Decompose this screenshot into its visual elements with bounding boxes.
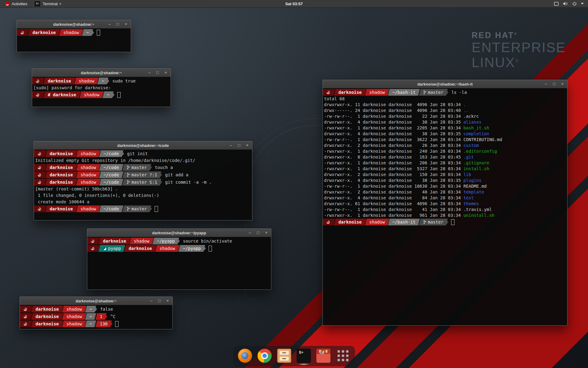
- volume-icon[interactable]: [563, 2, 568, 6]
- file-name: .ackrc: [463, 114, 479, 119]
- prompt-segment-path: ~/code: [99, 150, 123, 157]
- prompt-segment-path: ~: [85, 313, 96, 320]
- prompt-segment-path: ~: [85, 320, 96, 327]
- window-title: darknoise@shadow:~: [20, 299, 172, 303]
- file-name: .travis.yml: [463, 207, 492, 212]
- close-button[interactable]: ×: [265, 229, 267, 237]
- terminal-window-bash-it[interactable]: darknoise@shadow:~/bash-it – □ × darknoi…: [322, 80, 567, 326]
- activities-button[interactable]: Activities: [2, 0, 30, 7]
- screen-icon[interactable]: [554, 2, 559, 6]
- prompt-segment-user: darknoise: [43, 78, 75, 84]
- terminal-window-home-1[interactable]: darknoise@shadow:~ – □ × darknoiseshadow…: [17, 20, 131, 52]
- prompt-segment-host: shadow: [75, 150, 100, 157]
- prompt-segment-user: darknoise: [44, 171, 77, 178]
- maximize-button[interactable]: □: [257, 229, 259, 237]
- maximize-button[interactable]: □: [238, 141, 240, 149]
- prompt-segment-host: shadow: [61, 320, 86, 327]
- terminal-icon: $>: [297, 349, 311, 363]
- maximize-button[interactable]: □: [553, 80, 556, 88]
- file-list-row: drwxrwxr-x. 4 darknoise darknoise 38 Jan…: [323, 131, 567, 137]
- terminal-output-line: [sudo] password for darknoise:: [32, 85, 171, 91]
- terminal-prompt-line: darknoiseshadow~/codemastertouch a: [34, 164, 252, 171]
- file-list-row: -rwxrwxr-x. 1 darknoise darknoise 206 Ja…: [323, 160, 567, 166]
- terminal-content[interactable]: darknoiseshadow~sudo true[sudo] password…: [32, 77, 171, 107]
- terminal-prompt-line: # darknoiseshadow~: [32, 91, 171, 98]
- close-button[interactable]: ×: [125, 20, 127, 28]
- prompt-segment-path: ~/bash-it: [387, 89, 420, 96]
- window-titlebar[interactable]: darknoise@shadow:~ – □ ×: [32, 69, 171, 77]
- dock-item-files[interactable]: [277, 349, 291, 363]
- file-name: .gitignore: [463, 160, 489, 165]
- prompt-segment-user: darknoise: [30, 313, 63, 320]
- file-name: .git: [463, 155, 474, 159]
- close-button[interactable]: ×: [166, 297, 169, 305]
- terminal-content[interactable]: darknoiseshadow~: [17, 29, 131, 52]
- prompt-segment-host: shadow: [75, 171, 100, 178]
- terminal-window-home-2[interactable]: darknoise@shadow:~ – □ × darknoiseshadow…: [20, 297, 173, 329]
- command-text: git add a: [165, 172, 188, 177]
- appgrid-icon: [336, 349, 350, 363]
- terminal-prompt-line: darknoiseshadow~1^C: [20, 313, 172, 320]
- minimize-button[interactable]: –: [545, 80, 547, 88]
- close-button[interactable]: ×: [561, 80, 564, 88]
- terminal-content[interactable]: darknoiseshadow~/bash-itmasterls -latota…: [323, 88, 567, 326]
- file-list-row: drwxrwxr-x. 61 darknoise darknoise 4096 …: [323, 201, 567, 207]
- dock-item-appgrid[interactable]: [336, 349, 350, 363]
- terminal-window-code[interactable]: darknoise@shadow:~/code – □ × darknoises…: [34, 141, 252, 220]
- minimize-button[interactable]: –: [249, 229, 251, 237]
- prompt-segment-path: ~: [97, 78, 109, 84]
- terminal-prompt-line: darknoiseshadow~130: [20, 320, 172, 328]
- prompt-segment-user: darknoise: [333, 89, 366, 96]
- minimize-button[interactable]: –: [150, 297, 152, 305]
- terminal-prompt-line: darknoiseshadow~: [17, 29, 131, 36]
- power-icon[interactable]: [572, 2, 577, 6]
- files-icon: [277, 349, 291, 363]
- prompt-segment-host: shadow: [75, 179, 100, 186]
- distro-swirl-icon: [87, 238, 100, 244]
- distro-swirl-icon: [323, 89, 335, 96]
- file-list-row: -rwxrwxr-x. 1 darknoise darknoise 5327 J…: [323, 166, 567, 172]
- dock-item-toolbox[interactable]: [316, 349, 330, 363]
- maximize-button[interactable]: □: [117, 20, 119, 28]
- close-button[interactable]: ×: [246, 141, 248, 149]
- prompt-segment-user: darknoise: [123, 245, 156, 252]
- window-titlebar[interactable]: darknoise@shadow:~ – □ ×: [17, 20, 131, 29]
- prompt-segment-user: darknoise: [30, 320, 63, 327]
- window-titlebar[interactable]: darknoise@shadow:~ – □ ×: [20, 297, 172, 305]
- minimize-button[interactable]: –: [230, 141, 232, 149]
- terminal-prompt-line: pyappdarknoiseshadow~/pyapp: [87, 245, 271, 252]
- clock[interactable]: Sat 03:57: [0, 2, 588, 6]
- minimize-button[interactable]: –: [148, 69, 150, 77]
- chrome-icon: [258, 349, 272, 363]
- terminal-window-pyapp[interactable]: darknoise@shadow:~/pyapp – □ × darknoise…: [87, 228, 271, 290]
- dock-item-firefox[interactable]: [238, 349, 252, 363]
- app-menu-label: Terminal: [43, 2, 58, 6]
- prompt-segment-user: darknoise: [98, 238, 130, 244]
- file-list-row: drwxrwxr-x. 2 darknoise darknoise 150 Ja…: [323, 172, 567, 178]
- dock-item-chrome[interactable]: [258, 349, 272, 363]
- app-menu-terminal[interactable]: $> Terminal ▾: [32, 0, 63, 7]
- window-titlebar[interactable]: darknoise@shadow:~/bash-it – □ ×: [323, 80, 567, 88]
- terminal-window-sudo[interactable]: darknoise@shadow:~ – □ × darknoiseshadow…: [32, 68, 171, 107]
- caret-down-icon[interactable]: [581, 3, 584, 5]
- close-button[interactable]: ×: [164, 69, 167, 77]
- prompt-segment-path: ~: [85, 306, 96, 312]
- file-list-row: drwxrwxr-x. 11 darknoise darknoise 4096 …: [323, 102, 567, 108]
- maximize-button[interactable]: □: [156, 69, 159, 77]
- prompt-segment-branch: master: [122, 205, 151, 212]
- terminal-prompt-line: darknoiseshadow~/bash-itmasterls -la: [323, 89, 567, 96]
- file-list-row: drwxrwxr-x. 4 darknoise darknoise 84 Jan…: [323, 195, 567, 201]
- rhel-brand-text: RED HAT® ENTERPRISE LINUX®: [472, 31, 566, 70]
- redhat-logo-icon: [5, 1, 10, 6]
- terminal-content[interactable]: darknoiseshadow~falsedarknoiseshadow~1^C…: [20, 305, 172, 329]
- terminal-content[interactable]: darknoiseshadow~/pyappsource bin/activat…: [87, 237, 271, 290]
- terminal-content[interactable]: darknoiseshadow~/codegit initInitialized…: [34, 150, 252, 220]
- minimize-button[interactable]: –: [108, 20, 111, 28]
- window-titlebar[interactable]: darknoise@shadow:~/pyapp – □ ×: [87, 229, 271, 237]
- dock-item-terminal[interactable]: $>: [297, 349, 311, 363]
- file-list-row: drwx------. 24 darknoise darknoise 4096 …: [323, 108, 567, 113]
- file-list-row: -rw-rw-r--. 1 darknoise darknoise 3622 J…: [323, 137, 567, 143]
- maximize-button[interactable]: □: [158, 297, 161, 305]
- window-titlebar[interactable]: darknoise@shadow:~/code – □ ×: [34, 141, 252, 150]
- distro-swirl-icon: [17, 29, 29, 36]
